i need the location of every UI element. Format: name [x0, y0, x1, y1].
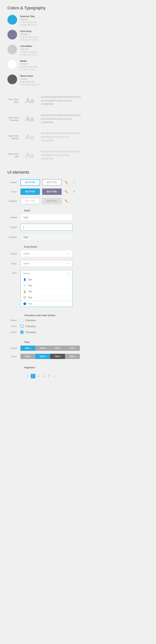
- tab-2-hover[interactable]: TAB 2: [35, 354, 50, 359]
- paginator-page-2[interactable]: 2: [31, 374, 35, 378]
- checkbox-hover-wrap[interactable]: Checkbox: [20, 325, 36, 328]
- dropdown-hover-row: Hover Select ▼: [7, 260, 149, 267]
- tab-4-default[interactable]: TAB 4: [65, 346, 80, 351]
- page-title: Colors & Typography: [7, 6, 149, 10]
- checkmark-icon: [21, 332, 23, 333]
- paginator-page-3[interactable]: 3: [36, 374, 40, 378]
- paginator-section-title: Paginator: [24, 366, 35, 369]
- color-rgb-cool-grey: R: 114 G: 141 B: 181: [20, 36, 38, 38]
- color-row-link-water: Link Water #CBCDD0 R: 203 G: 205 B: 211 …: [7, 45, 149, 56]
- checkbox-active-label: Acctive: [7, 331, 20, 333]
- gear-icon: ⚙: [23, 284, 26, 287]
- tab-1-hover[interactable]: TAB 1: [20, 354, 35, 359]
- color-name-link-water: Link Water: [20, 45, 38, 48]
- color-row-white: White #FFFFFF R: 255 G: 255 B: 255 C: 0 …: [7, 60, 149, 71]
- dropdown-default-field[interactable]: Select ▼: [20, 250, 73, 257]
- dropdown-hover-label: Hover: [7, 262, 20, 265]
- tab-3-hover[interactable]: TAB 3: [50, 354, 65, 359]
- paginator-row: ‹ 1 2 3 4 5 ›: [7, 371, 149, 378]
- checkbox-default-label: Default: [7, 319, 20, 321]
- input-disabled-row: Disabled: [7, 234, 149, 240]
- color-swatch-cool-grey: [7, 30, 17, 40]
- button-disabled-fill: BUTTON: [42, 198, 62, 204]
- dropdown-open-text: Select: [23, 272, 30, 275]
- tab-1-default[interactable]: TAB 1: [20, 346, 35, 351]
- button-outline-default[interactable]: BUTTON: [20, 179, 40, 186]
- dropdown-hover-arrow: ▼: [68, 262, 70, 264]
- input-default[interactable]: [20, 214, 73, 221]
- buttons-default-row: Default BUTTON BUTTON ✏️ ↗: [7, 179, 149, 186]
- dropdown-item-3[interactable]: 🔒 Text: [21, 288, 72, 294]
- color-swatch-summer-sky: [7, 15, 17, 24]
- dropdown-item-2-text: Text: [28, 284, 32, 287]
- dropdown-item-2[interactable]: ⚙ Text: [21, 282, 72, 288]
- button-fill-grey-hover[interactable]: BUTTON: [42, 188, 62, 195]
- dropdown-item-active-text: Text: [28, 302, 32, 305]
- button-disabled-outline: BUTTON: [20, 198, 40, 204]
- font-label-bold: Open Sans Bold: [7, 98, 22, 104]
- edit-icon-hover[interactable]: ✏️: [64, 189, 69, 194]
- tab-3-default[interactable]: TAB 3: [50, 346, 65, 351]
- paginator-page-4[interactable]: 4: [41, 374, 46, 378]
- color-cmyk-white: C: 0 M: 0 Y: 0 K: 0: [20, 68, 38, 71]
- button-fill-hover[interactable]: BUTTON: [20, 188, 40, 195]
- paginator-next[interactable]: ›: [52, 374, 56, 378]
- dropdown-item-3-text: Text: [28, 290, 32, 293]
- edit-icon-default[interactable]: ✏️: [64, 180, 69, 185]
- color-cmyk-cool-grey: C: 51 M: 43 Y: 10 K: 0: [20, 38, 38, 41]
- color-hex-white: #FFFFFF: [20, 63, 38, 66]
- color-hex-link-water: #CBCDD0: [20, 48, 38, 51]
- color-row-storm-dust: Storm Dust #606060 R: 96 G: 96 B: 96 C: …: [7, 74, 149, 86]
- tabs-default-group: TAB 1 TAB 2 TAB 3 TAB 4: [20, 346, 80, 351]
- lock-icon: 🔒: [23, 290, 26, 293]
- tab-4-hover[interactable]: TAB 4: [65, 354, 80, 359]
- dropdown-item-4[interactable]: 📋 Text: [21, 294, 72, 300]
- dropdown-open[interactable]: Select ▲ 👤 Text ⚙ Text 🔒: [20, 270, 73, 307]
- tabs-default-row: Default TAB 1 TAB 2 TAB 3 TAB 4: [7, 346, 149, 351]
- dropdown-hover-text: Select: [23, 262, 30, 265]
- paginator-prev[interactable]: ‹: [20, 374, 25, 378]
- color-cmyk-summer-sky: C: 64 M: 50 Y: 0 K: 0: [20, 24, 37, 26]
- dropdown-hover-field[interactable]: Select ▼: [20, 260, 73, 267]
- color-hex-cool-grey: #B66DB0: [20, 33, 38, 36]
- dropdown-default[interactable]: Select ▼: [20, 250, 73, 257]
- checkbox-hover-box[interactable]: [20, 325, 23, 328]
- dropdown-item-active[interactable]: 🔵 Text: [21, 301, 72, 307]
- font-text-semibold: ABCDEFGHIJKLMNOPQRSTUVWXYZ abcdefghijklm…: [41, 114, 81, 124]
- share-icon-default[interactable]: ↗: [71, 180, 77, 185]
- dropdown-item-1-text: Text: [28, 278, 32, 281]
- checkbox-active-box[interactable]: [20, 331, 23, 334]
- font-row-bold: Open Sans Bold Aa ABCDEFGHIJKLMNOPQRSTUV…: [7, 94, 149, 108]
- paginator-group: ‹ 1 2 3 4 5 ›: [20, 374, 56, 378]
- dropdown-section-title: Drop Down: [24, 245, 37, 248]
- dropdown-default-label: Default: [7, 252, 20, 255]
- dropdown-open-label: Open: [7, 270, 20, 274]
- font-text-regular: ABCDEFGHIJKLMNOPQRSTUVWXYZ abcdefghijklm…: [41, 132, 80, 142]
- paginator-page-1[interactable]: 1: [26, 374, 30, 378]
- checkbox-default-wrap[interactable]: Checkbox: [20, 319, 36, 322]
- buttons-hover-label: Hover: [7, 190, 20, 193]
- checkbox-default-box[interactable]: [20, 319, 23, 322]
- color-rgb-summer-sky: R: 32 G: 104 B: 250: [20, 21, 37, 24]
- font-label-regular: Open Sans Regular: [7, 134, 22, 140]
- dropdown-default-text: Select: [23, 252, 30, 255]
- checkbox-active-wrap[interactable]: Checkbox: [20, 331, 36, 334]
- button-outline-grey-default[interactable]: BUTTON: [42, 179, 62, 186]
- dropdown-open-field[interactable]: Select ▲: [20, 270, 73, 277]
- buttons-hover-row: Hover BUTTON BUTTON ✏️ ↗: [7, 188, 149, 195]
- font-row-regular: Open Sans Regular Aa ABCDEFGHIJKLMNOPQRS…: [7, 130, 149, 144]
- input-active-row: Acctive: [7, 224, 149, 231]
- font-sample-bold: Aa: [22, 97, 37, 105]
- color-rgb-white: R: 255 G: 255 B: 255: [20, 66, 38, 68]
- input-active[interactable]: [20, 224, 73, 231]
- tabs-hover-row: Hover TAB 1 TAB 2 TAB 3 TAB 4: [7, 354, 149, 359]
- input-active-label: Acctive: [7, 226, 20, 228]
- font-label-semibold: Open Sans Semibold: [7, 116, 22, 122]
- dropdown-hover[interactable]: Select ▼: [20, 260, 73, 267]
- share-icon-hover[interactable]: ↗: [71, 189, 77, 194]
- tab-2-default[interactable]: TAB 2: [35, 346, 50, 351]
- font-sample-light: Aa: [22, 151, 37, 159]
- color-swatch-white: [7, 60, 17, 69]
- paginator-page-5[interactable]: 5: [46, 374, 51, 378]
- dropdown-item-1[interactable]: 👤 Text: [21, 277, 72, 282]
